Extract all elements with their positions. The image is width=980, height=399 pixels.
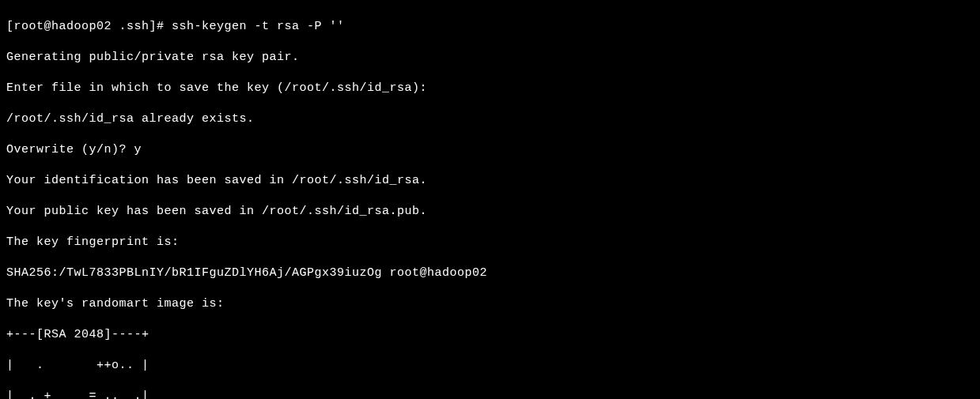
- output-line: Overwrite (y/n)? y: [6, 142, 974, 158]
- output-line: SHA256:/TwL7833PBLnIY/bR1IFguZDlYH6Aj/AG…: [6, 265, 974, 281]
- randomart-line: | . ++o.. |: [6, 358, 974, 374]
- output-line: The key fingerprint is:: [6, 235, 974, 250]
- shell-prompt: [root@hadoop02 .ssh]#: [6, 20, 172, 33]
- output-line: /root/.ssh/id_rsa already exists.: [6, 111, 974, 127]
- output-line: Your public key has been saved in /root/…: [6, 204, 974, 220]
- output-line: The key's randomart image is:: [6, 296, 974, 312]
- terminal-output: [root@hadoop02 .ssh]# ssh-keygen -t rsa …: [6, 3, 974, 399]
- command-input: ssh-keygen -t rsa -P '': [172, 20, 345, 33]
- output-line: Enter file in which to save the key (/ro…: [6, 81, 974, 96]
- output-line: Your identification has been saved in /r…: [6, 173, 974, 189]
- randomart-line: +---[RSA 2048]----+: [6, 327, 974, 343]
- randomart-line: | . + = .. .|: [6, 389, 974, 400]
- output-line: Generating public/private rsa key pair.: [6, 50, 974, 66]
